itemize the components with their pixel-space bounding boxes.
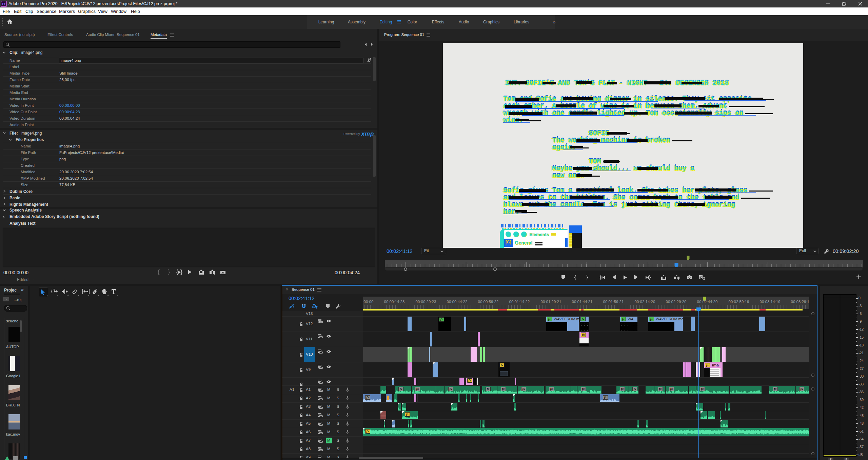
section-chevron-right-icon[interactable]: [3, 190, 5, 193]
mark-in-dim-icon[interactable]: [157, 269, 160, 275]
embedded-chevron-icon[interactable]: [3, 216, 5, 219]
track-mute-button[interactable]: M: [326, 404, 332, 409]
panel-tab-metadata[interactable]: Metadata: [151, 29, 167, 41]
analysis-text-box[interactable]: [3, 228, 375, 267]
section-chevron-right-icon[interactable]: [3, 196, 5, 199]
clip[interactable]: fx: [482, 386, 497, 394]
workspace-tab-menu-icon[interactable]: [397, 20, 402, 24]
close-button[interactable]: [858, 2, 862, 6]
track-mic-icon[interactable]: [346, 430, 349, 435]
metadata-scrollbar-2[interactable]: [373, 135, 376, 177]
track-mic-icon[interactable]: [346, 404, 349, 409]
menu-edit[interactable]: Edit: [14, 7, 21, 15]
clip[interactable]: [458, 394, 459, 402]
menu-view[interactable]: View: [98, 7, 107, 15]
track-lock-icon[interactable]: [299, 405, 303, 409]
play-icon[interactable]: [187, 269, 192, 275]
clip[interactable]: [380, 386, 386, 394]
clip[interactable]: [410, 420, 412, 427]
clip[interactable]: fx: [395, 386, 411, 394]
workspace-tab-color[interactable]: Color: [408, 15, 417, 29]
clip[interactable]: fx: [696, 386, 729, 394]
track-mic-icon[interactable]: [346, 447, 349, 452]
clip[interactable]: [408, 420, 409, 427]
workspace-tab-libraries[interactable]: Libraries: [514, 15, 529, 29]
track-mute-button[interactable]: M: [326, 438, 332, 443]
track-mic-icon[interactable]: [346, 396, 349, 401]
menu-window[interactable]: Window: [111, 7, 126, 15]
lift-icon[interactable]: [198, 269, 204, 275]
clip[interactable]: [696, 362, 700, 377]
track-solo-button[interactable]: S: [337, 421, 339, 425]
workspace-tab-effects[interactable]: Effects: [432, 15, 444, 29]
clip[interactable]: fx: [577, 386, 601, 394]
menu-graphics[interactable]: Graphics: [78, 7, 96, 15]
clip[interactable]: [436, 386, 445, 394]
project-new-item-icon[interactable]: [5, 456, 9, 460]
track-name[interactable]: A7: [306, 438, 311, 442]
home-button[interactable]: [7, 19, 13, 24]
extract-icon[interactable]: [209, 269, 215, 275]
track-name[interactable]: A5: [306, 421, 311, 425]
panel-menu-icon[interactable]: [170, 34, 174, 37]
metadata-search-input[interactable]: [3, 41, 340, 48]
timeline-hscroll[interactable]: [359, 457, 423, 459]
project-item[interactable]: BRIXTN: [4, 384, 25, 415]
metadata-scrollbar-1[interactable]: [373, 57, 376, 81]
track-name[interactable]: V12: [306, 322, 313, 326]
clip[interactable]: [478, 394, 479, 402]
clip[interactable]: [637, 420, 639, 427]
clip[interactable]: fx: [616, 386, 629, 394]
project-blue-icon[interactable]: [24, 456, 27, 459]
track-solo-button[interactable]: S: [337, 387, 339, 392]
menu-file[interactable]: File: [3, 7, 10, 15]
tool-slip[interactable]: [81, 287, 90, 296]
clip[interactable]: [408, 362, 412, 377]
track-lock-icon[interactable]: [299, 422, 303, 426]
track-sync-icon[interactable]: [318, 319, 323, 323]
clip[interactable]: [394, 394, 397, 402]
clip[interactable]: [765, 411, 766, 419]
program-scrubber[interactable]: [385, 260, 863, 267]
workspace-tab-graphics[interactable]: Graphics: [483, 15, 499, 29]
track-sync-icon[interactable]: [318, 365, 323, 369]
track-lock-icon[interactable]: [299, 413, 303, 418]
export-icon[interactable]: [220, 269, 226, 275]
project-scrollbar[interactable]: [20, 320, 22, 332]
track-name[interactable]: A6: [306, 430, 311, 434]
clip[interactable]: [386, 394, 392, 402]
clip[interactable]: [398, 403, 401, 411]
track-mute-button[interactable]: M: [326, 387, 332, 393]
clip[interactable]: [451, 403, 457, 411]
metadata-name-input[interactable]: image4.png: [59, 58, 363, 63]
nav-left-icon[interactable]: [364, 43, 367, 46]
track-lock-icon[interactable]: [299, 388, 303, 392]
program-mark-in-icon[interactable]: [574, 275, 577, 280]
track-name[interactable]: A4: [306, 413, 311, 417]
project-item[interactable]: kac.mov: [4, 413, 25, 444]
workspace-tab-audio[interactable]: Audio: [459, 15, 469, 29]
clip[interactable]: [721, 420, 728, 427]
clip[interactable]: [514, 403, 516, 411]
clip[interactable]: fx: [466, 378, 476, 385]
mark-out-dim-icon[interactable]: [167, 269, 170, 275]
clip[interactable]: [728, 403, 730, 411]
project-overflow-button[interactable]: »: [21, 287, 24, 292]
tool-track-select[interactable]: [50, 287, 59, 296]
clip[interactable]: [410, 347, 412, 362]
track-lock-icon[interactable]: [299, 353, 303, 357]
clip[interactable]: [392, 420, 395, 427]
track-name[interactable]: A2: [306, 396, 311, 400]
clip[interactable]: fx: [796, 386, 809, 394]
track-mute-button[interactable]: M: [326, 395, 332, 401]
program-mark-out-icon[interactable]: [585, 275, 588, 280]
clip[interactable]: fx: [498, 362, 510, 377]
project-tab[interactable]: Projec: [4, 287, 17, 293]
clip[interactable]: [429, 347, 430, 362]
clip[interactable]: [515, 378, 516, 385]
clip[interactable]: [430, 332, 432, 346]
clip[interactable]: [686, 362, 691, 377]
program-camera-icon[interactable]: [687, 275, 692, 280]
program-goto-in-icon[interactable]: [599, 275, 605, 280]
clip[interactable]: [708, 411, 715, 419]
